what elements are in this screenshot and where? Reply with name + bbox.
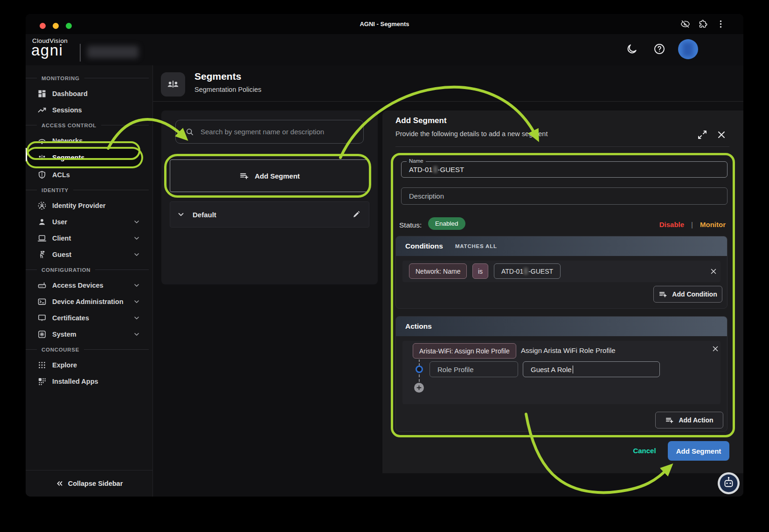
expand-icon[interactable] (697, 129, 708, 140)
role-profile-select[interactable]: Role Profile (430, 361, 518, 377)
chevrons-left-icon (55, 479, 64, 488)
actions-card: Actions Arista-WiFi: Assign Role Profile… (395, 316, 727, 432)
cancel-button[interactable]: Cancel (625, 444, 664, 457)
add-condition-button[interactable]: Add Condition (653, 286, 722, 303)
add-segment-list-button[interactable]: Add Segment (170, 159, 369, 192)
sidebar-item-label: Certificates (52, 314, 89, 322)
segment-row-default[interactable]: Default (170, 201, 369, 228)
sidebar-section-identity: IDENTITY (26, 184, 152, 196)
disable-link[interactable]: Disable (659, 221, 684, 228)
sidebar-item-certificates[interactable]: Certificates (26, 310, 152, 326)
moon-icon[interactable] (626, 43, 638, 55)
connector-line (419, 374, 420, 382)
name-field-label: Name (407, 158, 426, 164)
status-label: Status: (399, 221, 422, 229)
extensions-icon[interactable] (698, 19, 708, 29)
system-icon (37, 330, 47, 339)
help-icon[interactable] (653, 43, 665, 55)
edit-pencil-icon[interactable] (352, 210, 360, 219)
search-icon (185, 127, 194, 136)
sidebar-item-device-administration[interactable]: Device Administration (26, 293, 152, 310)
sidebar-item-identity-provider[interactable]: Identity Provider (26, 197, 152, 214)
device-admin-icon (37, 297, 47, 306)
add-segment-submit-button[interactable]: Add Segment (668, 441, 729, 461)
assistant-bot-button[interactable] (718, 472, 740, 494)
user-icon (37, 217, 47, 227)
sidebar-item-label: User (52, 218, 67, 226)
text-cursor (573, 366, 574, 373)
sidebar-item-system[interactable]: System (26, 326, 152, 342)
param-radio-icon[interactable] (416, 366, 423, 373)
brand-agni-logo: agni (31, 41, 63, 59)
sidebar-item-guest[interactable]: Guest (26, 246, 152, 263)
condition-value-box[interactable]: ATD-01-GUEST (494, 263, 561, 279)
page-icon-tile (161, 72, 185, 97)
sidebar-item-label: Device Administration (52, 298, 124, 305)
playlist-add-icon (239, 171, 249, 181)
titlebar: AGNI - Segments (26, 14, 743, 34)
sidebar-item-label: Segments (52, 154, 84, 161)
actions-header: Actions (396, 317, 727, 336)
identity-provider-icon (37, 201, 47, 210)
condition-operator-chip[interactable]: is (472, 263, 488, 279)
sidebar-item-explore[interactable]: Explore (26, 357, 152, 373)
conditions-card: Conditions MATCHES ALL Network: Name is … (395, 236, 727, 309)
sidebar-item-label: System (52, 331, 76, 338)
conditions-title: Conditions (405, 242, 443, 250)
sidebar-item-sessions[interactable]: Sessions (26, 102, 152, 118)
sidebar: MONITORINGDashboardSessionsACCESS CONTRO… (26, 65, 153, 497)
segments-icon (37, 153, 47, 162)
description-input[interactable]: Description (401, 187, 727, 205)
sidebar-item-networks[interactable]: Networks (26, 132, 152, 149)
role-value-input[interactable]: Guest A Role (523, 361, 660, 377)
chevron-down-icon (133, 235, 140, 242)
chevron-down-icon[interactable] (177, 210, 185, 219)
robot-icon (718, 472, 740, 494)
sidebar-item-acls[interactable]: ACLs (26, 166, 152, 183)
kebab-menu-icon[interactable] (716, 19, 726, 29)
eye-off-icon[interactable] (680, 19, 690, 29)
chevron-down-icon (133, 331, 140, 338)
add-segment-drawer: Add Segment Provide the following detail… (382, 111, 743, 473)
redacted-avatar-content (683, 42, 693, 56)
sidebar-item-label: Client (52, 235, 71, 242)
sidebar-section-access-control: ACCESS CONTROL (26, 119, 152, 131)
sidebar-item-client[interactable]: Client (26, 230, 152, 246)
remove-action-icon[interactable] (711, 345, 720, 353)
drawer-divider (395, 146, 729, 147)
monitor-link[interactable]: Monitor (700, 221, 726, 228)
sidebar-item-user[interactable]: User (26, 214, 152, 230)
sidebar-item-segments[interactable]: Segments (27, 149, 141, 166)
sidebar-section-monitoring: MONITORING (26, 72, 152, 84)
browser-window: AGNI - Segments CloudVision agni MONITOR… (26, 14, 743, 497)
sidebar-item-installed-apps[interactable]: Installed Apps (26, 373, 152, 389)
active-item-indicator (26, 148, 27, 161)
page-title: Segments (194, 71, 241, 82)
dashboard-icon (37, 89, 47, 98)
drawer-subtitle: Provide the following details to add a n… (395, 130, 547, 138)
redacted-char (524, 268, 528, 275)
page-subtitle: Segmentation Policies (194, 86, 261, 93)
installed-apps-icon (37, 377, 47, 386)
collapse-sidebar-button[interactable]: Collapse Sidebar (26, 470, 152, 497)
name-input[interactable]: ATD-01-GUEST (401, 161, 727, 178)
remove-condition-icon[interactable] (709, 267, 718, 276)
close-icon[interactable] (716, 129, 727, 140)
sidebar-item-dashboard[interactable]: Dashboard (26, 85, 152, 102)
sessions-icon (37, 105, 47, 115)
chevron-down-icon (133, 314, 140, 322)
playlist-add-icon (665, 416, 674, 425)
add-param-button[interactable] (414, 383, 424, 393)
networks-icon (37, 136, 47, 145)
sidebar-item-label: ACLs (52, 171, 70, 179)
condition-field-chip[interactable]: Network: Name (409, 263, 467, 279)
add-action-button[interactable]: Add Action (655, 412, 723, 428)
sidebar-item-access-devices[interactable]: Access Devices (26, 277, 152, 293)
action-description: Assign Arista WiFi Role Profile (521, 346, 616, 354)
segment-list-panel: Add Segment Default (161, 111, 378, 284)
action-type-chip[interactable]: Arista-WiFi: Assign Role Profile (413, 343, 516, 359)
drawer-title: Add Segment (395, 116, 447, 125)
segments-icon (166, 78, 180, 91)
search-input[interactable] (200, 127, 363, 136)
avatar[interactable] (678, 39, 698, 59)
